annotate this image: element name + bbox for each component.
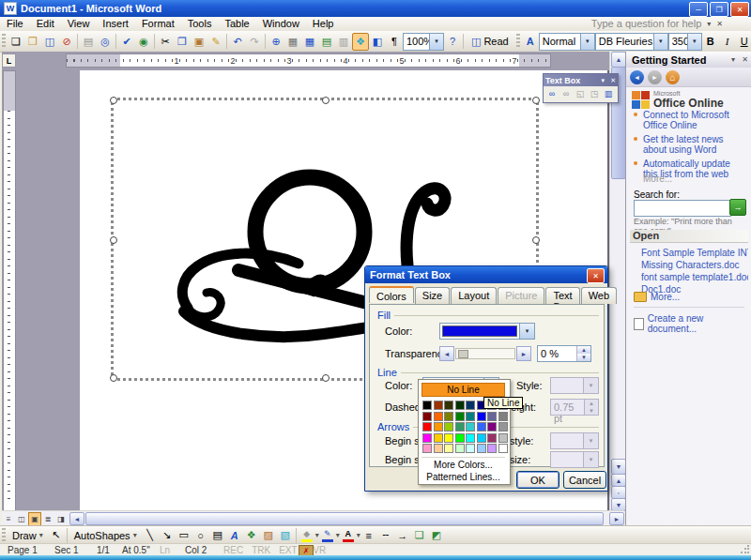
oval-button[interactable]: ○ bbox=[192, 526, 209, 544]
fill-color-select[interactable]: ▾ bbox=[439, 323, 535, 340]
resize-handle-ne[interactable] bbox=[532, 97, 540, 104]
menu-item[interactable]: Insert bbox=[96, 17, 135, 31]
arrow-button[interactable]: ↘ bbox=[159, 526, 176, 544]
color-swatch[interactable] bbox=[444, 433, 453, 443]
toolbar-grip[interactable] bbox=[516, 34, 520, 49]
cancel-button[interactable]: Cancel bbox=[563, 471, 606, 489]
open-more-link[interactable]: More... bbox=[634, 292, 680, 302]
document-map-button[interactable]: ◧ bbox=[369, 33, 386, 51]
line-button[interactable]: ╲ bbox=[142, 526, 159, 544]
horizontal-ruler[interactable]: 1234567 bbox=[66, 53, 551, 68]
help-question-box[interactable]: Type a question for help ▾ ✕ bbox=[591, 18, 723, 29]
status-mode[interactable]: REC bbox=[223, 545, 243, 555]
color-swatch[interactable] bbox=[434, 422, 443, 431]
outline-view-button[interactable]: ≣ bbox=[41, 512, 54, 526]
select-browse-object-button[interactable]: ◦ bbox=[611, 486, 626, 499]
task-pane-header[interactable]: Getting Started ▾ ✕ bbox=[626, 52, 751, 68]
color-swatch[interactable] bbox=[444, 444, 453, 453]
columns-button[interactable]: ▥ bbox=[335, 33, 352, 51]
task-pane-link[interactable]: Connect to Microsoft Office Online bbox=[634, 108, 746, 132]
color-swatch[interactable] bbox=[498, 444, 508, 453]
normal-view-button[interactable]: ≡ bbox=[2, 512, 15, 526]
color-swatch[interactable] bbox=[498, 412, 508, 421]
shadow-style-button[interactable]: ❏ bbox=[411, 526, 428, 544]
toolbar-grip[interactable] bbox=[2, 34, 6, 49]
previous-page-button[interactable]: ▲ bbox=[611, 474, 626, 487]
color-swatch[interactable] bbox=[434, 412, 443, 421]
3d-style-button[interactable]: ◩ bbox=[428, 526, 445, 544]
text-box-button[interactable]: ▤ bbox=[209, 526, 226, 544]
more-link[interactable]: More... bbox=[643, 174, 672, 184]
recent-file-link[interactable]: Missing Characters.doc bbox=[641, 259, 748, 271]
print-layout-view-button[interactable]: ▣ bbox=[28, 512, 41, 526]
zoom-select[interactable]: 100% ▾ bbox=[403, 33, 444, 51]
help-button[interactable]: ? bbox=[444, 33, 461, 51]
previous-text-box-button[interactable]: ◱ bbox=[574, 87, 587, 100]
scroll-left-button[interactable]: ◄ bbox=[69, 512, 84, 525]
transparency-slider[interactable]: ◄ ► bbox=[439, 346, 531, 361]
color-swatch[interactable] bbox=[422, 412, 432, 421]
scroll-up-button[interactable]: ▲ bbox=[611, 52, 626, 68]
slider-track[interactable] bbox=[455, 348, 515, 359]
rectangle-button[interactable]: ▭ bbox=[176, 526, 192, 544]
ok-button[interactable]: OK bbox=[516, 471, 559, 489]
copy-button[interactable]: ❐ bbox=[174, 33, 191, 51]
resize-handle-nw[interactable] bbox=[110, 97, 117, 104]
tab-web[interactable]: Web bbox=[581, 287, 617, 304]
reading-layout-button[interactable]: ◨ bbox=[54, 512, 68, 526]
chevron-down-icon[interactable]: ▾ bbox=[429, 34, 443, 50]
palette-no-line-option[interactable]: No Line bbox=[421, 383, 505, 397]
resize-handle-n[interactable] bbox=[322, 97, 330, 104]
color-swatch[interactable] bbox=[422, 401, 432, 410]
color-swatch[interactable] bbox=[487, 444, 497, 453]
color-swatch[interactable] bbox=[455, 433, 465, 443]
spin-down-icon[interactable]: ▼ bbox=[577, 354, 590, 361]
spelling-button[interactable]: ✔ bbox=[118, 33, 135, 51]
underline-button[interactable]: U bbox=[736, 33, 751, 51]
menu-item[interactable]: Format bbox=[135, 17, 181, 31]
slider-left-button[interactable]: ◄ bbox=[439, 346, 454, 361]
print-preview-button[interactable]: ◎ bbox=[97, 33, 114, 51]
dialog-close-button[interactable]: ✕ bbox=[587, 268, 605, 283]
insert-excel-button[interactable]: ▤ bbox=[318, 33, 335, 51]
cut-button[interactable]: ✂ bbox=[157, 33, 174, 51]
forward-button[interactable]: ► bbox=[648, 70, 662, 84]
resize-handle-w[interactable] bbox=[110, 236, 117, 244]
menu-item[interactable]: Help bbox=[306, 17, 341, 31]
recent-file-link[interactable]: font sample template1.doc bbox=[641, 271, 748, 283]
chevron-down-icon[interactable]: ▾ bbox=[653, 34, 667, 50]
line-style-button[interactable]: ≡ bbox=[360, 526, 377, 544]
recent-file-link[interactable]: Font Sample Template INTL .doc bbox=[641, 247, 748, 259]
autoshapes-menu-button[interactable]: AutoShapes ▾ bbox=[69, 527, 142, 543]
show-hide-button[interactable]: ¶ bbox=[386, 33, 403, 51]
close-icon[interactable]: ✕ bbox=[742, 55, 748, 64]
permission-button[interactable]: ⊘ bbox=[58, 33, 75, 51]
windows-taskbar-edge[interactable] bbox=[0, 555, 751, 560]
insert-hyperlink-button[interactable]: ⊕ bbox=[268, 33, 284, 51]
change-text-direction-button[interactable]: ▥ bbox=[602, 87, 615, 100]
dialog-title-bar[interactable]: Format Text Box ✕ bbox=[365, 266, 607, 283]
fill-color-button[interactable]: ◆ bbox=[299, 527, 315, 543]
font-select[interactable]: DB Fleuries ▾ bbox=[595, 33, 668, 51]
print-button[interactable]: ▤ bbox=[80, 33, 97, 51]
more-colors-option[interactable]: More Colors... bbox=[421, 459, 505, 471]
color-swatch[interactable] bbox=[422, 422, 432, 431]
color-swatch[interactable] bbox=[455, 401, 465, 410]
close-icon[interactable]: ✕ bbox=[716, 20, 723, 28]
paste-button[interactable]: ▣ bbox=[191, 33, 207, 51]
arrow-style-button[interactable]: → bbox=[394, 526, 411, 544]
vertical-ruler[interactable] bbox=[3, 70, 16, 512]
styles-formatting-button[interactable]: A bbox=[522, 33, 539, 51]
menu-item[interactable]: Edit bbox=[30, 17, 61, 31]
color-swatch[interactable] bbox=[434, 401, 443, 410]
tab-colors-and-lines[interactable]: Colors and Lines bbox=[369, 286, 414, 303]
color-swatch[interactable] bbox=[498, 433, 508, 443]
task-pane-link[interactable]: Get the latest news about using Word bbox=[634, 132, 746, 157]
resize-handle-sw[interactable] bbox=[110, 374, 117, 382]
research-button[interactable]: ◉ bbox=[135, 33, 152, 51]
vertical-scrollbar[interactable]: ▲ ▼ ▲ ◦ ▼ bbox=[609, 52, 625, 510]
slider-thumb[interactable] bbox=[458, 350, 468, 358]
close-icon[interactable]: ✕ bbox=[610, 77, 616, 84]
chevron-down-icon[interactable]: ▾ bbox=[519, 324, 534, 339]
status-mode[interactable]: EXT bbox=[279, 545, 297, 555]
